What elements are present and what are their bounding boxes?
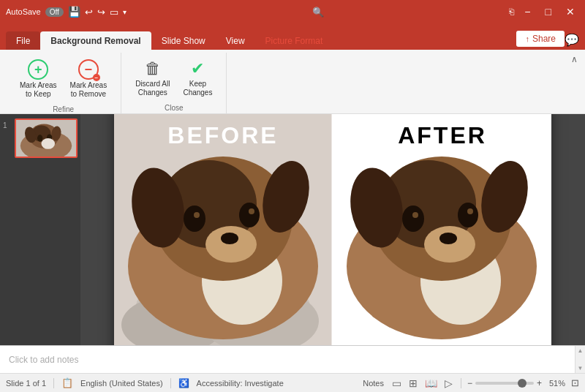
mark-areas-keep-button[interactable]: + Mark Areasto Keep <box>15 56 62 102</box>
grid-view-icon[interactable]: ⊞ <box>407 377 420 390</box>
status-bar: Slide 1 of 1 📋 English (United States) ♿… <box>0 373 585 392</box>
refine-group-label: Refine <box>53 102 74 115</box>
redo-icon[interactable]: ↪ <box>97 7 105 18</box>
title-bar-left: AutoSave Off 💾 ↩ ↪ ▭ ▾ <box>6 6 127 18</box>
svg-point-37 <box>412 212 418 218</box>
discard-label: Discard AllChanges <box>135 80 170 97</box>
tab-picture-format[interactable]: Picture Format <box>255 31 333 50</box>
svg-point-39 <box>439 233 457 244</box>
svg-point-26 <box>221 233 238 244</box>
mark-remove-label: Mark Areasto Remove <box>70 81 107 99</box>
svg-point-35 <box>402 206 424 232</box>
svg-point-25 <box>249 208 254 214</box>
dropdown-icon[interactable]: ▾ <box>123 8 127 16</box>
zoom-thumb <box>518 379 526 388</box>
accessibility-icon: ♿ <box>178 378 189 388</box>
ribbon-icon[interactable]: ⎗ <box>509 7 514 17</box>
svg-point-8 <box>42 138 56 149</box>
ribbon-group-refine: + Mark Areasto Keep − − Mark Areasto Rem… <box>6 53 121 113</box>
close-group-label: Close <box>165 101 184 113</box>
zoom-in-btn[interactable]: + <box>537 378 542 388</box>
undo-icon[interactable]: ↩ <box>85 7 93 18</box>
svg-point-22 <box>184 206 205 232</box>
svg-point-6 <box>37 135 42 141</box>
svg-point-38 <box>467 208 473 214</box>
autosave-state: Off <box>50 8 59 16</box>
close-buttons: 🗑 Discard AllChanges ✔ KeepChanges <box>130 56 217 101</box>
close-btn[interactable]: ✕ <box>562 4 579 19</box>
status-divider-2 <box>170 378 171 388</box>
share-button[interactable]: ↑ Share <box>516 31 565 47</box>
status-right: Notes ▭ ⊞ 📖 ▷ − + 51% ⊡ <box>363 377 579 390</box>
ribbon-group-close: 🗑 Discard AllChanges ✔ KeepChanges Close <box>121 53 227 113</box>
slide-number-1: 1 <box>3 121 12 129</box>
slide-panel: 1 <box>0 114 80 345</box>
chat-icon[interactable]: 💬 <box>565 33 579 47</box>
zoom-slider[interactable] <box>475 382 534 385</box>
accessibility-label[interactable]: Accessibility: Investigate <box>197 379 284 388</box>
notes-placeholder: Click to add notes <box>9 355 78 365</box>
present-icon[interactable]: ▭ <box>110 7 118 18</box>
notes-btn[interactable]: Notes <box>363 379 384 388</box>
ribbon-tabs: File Background Removal Slide Show View … <box>0 23 585 50</box>
keep-icon: + <box>28 59 48 80</box>
search-icon[interactable]: 🔍 <box>312 7 324 18</box>
zoom-area: − + 51% <box>467 378 565 388</box>
share-label: Share <box>532 34 556 44</box>
autosave-label: AutoSave <box>6 7 41 16</box>
zoom-out-btn[interactable]: − <box>467 378 472 388</box>
dog-illustration: BEFORE AFTER <box>114 114 551 345</box>
minimize-btn[interactable]: − <box>520 4 535 19</box>
keep-changes-label: KeepChanges <box>183 80 212 97</box>
zoom-level[interactable]: 51% <box>545 379 565 388</box>
ribbon-collapse-button[interactable]: ∧ <box>568 53 581 66</box>
slide-thumb-dog <box>16 120 76 157</box>
discard-icon: 🗑 <box>145 59 161 78</box>
reading-view-icon[interactable]: 📖 <box>423 377 439 390</box>
notes-scroll-up[interactable]: ▲ <box>576 346 585 355</box>
canvas-area[interactable]: BEFORE AFTER <box>80 114 585 345</box>
share-icon: ↑ <box>525 34 529 43</box>
autosave-toggle[interactable]: Off <box>45 7 64 17</box>
notes-scroll-down[interactable]: ▼ <box>576 363 585 373</box>
remove-icon: − − <box>78 59 99 80</box>
svg-point-24 <box>194 212 200 218</box>
main-area: 1 <box>0 114 585 345</box>
slide-canvas[interactable]: BEFORE AFTER <box>114 114 551 345</box>
notes-area[interactable]: Click to add notes ▲ ▼ <box>0 345 585 373</box>
view-icons: ▭ ⊞ 📖 ▷ <box>390 377 455 390</box>
svg-text:BEFORE: BEFORE <box>167 122 278 148</box>
status-divider-3 <box>461 378 461 388</box>
mark-keep-label: Mark Areasto Keep <box>20 81 57 99</box>
status-divider-1 <box>53 378 54 388</box>
notes-scrollbar[interactable]: ▲ ▼ <box>575 346 585 373</box>
svg-point-36 <box>458 203 478 227</box>
title-bar-right: ⎗ − □ ✕ <box>509 4 579 19</box>
ribbon-content: + Mark Areasto Keep − − Mark Areasto Rem… <box>0 50 585 114</box>
fit-window-icon[interactable]: ⊡ <box>571 377 579 388</box>
slide-thumbnail-1[interactable] <box>15 118 78 158</box>
mark-areas-remove-button[interactable]: − − Mark Areasto Remove <box>65 56 113 102</box>
keep-changes-button[interactable]: ✔ KeepChanges <box>178 56 217 101</box>
normal-view-icon[interactable]: ▭ <box>390 377 404 390</box>
tab-slide-show[interactable]: Slide Show <box>151 31 216 50</box>
svg-point-21 <box>205 226 257 263</box>
tab-view[interactable]: View <box>216 31 255 50</box>
tab-background-removal[interactable]: Background Removal <box>40 31 151 50</box>
svg-point-34 <box>424 226 475 263</box>
title-bar: AutoSave Off 💾 ↩ ↪ ▭ ▾ 🔍 ⎗ − □ ✕ <box>0 0 585 23</box>
svg-point-23 <box>239 203 260 227</box>
refine-buttons: + Mark Areasto Keep − − Mark Areasto Rem… <box>15 56 112 102</box>
slide-item-1[interactable]: 1 <box>3 118 78 158</box>
discard-all-button[interactable]: 🗑 Discard AllChanges <box>130 56 175 101</box>
title-bar-center: 🔍 <box>312 7 324 18</box>
slide-notes-icon: 📋 <box>61 377 73 388</box>
tab-file[interactable]: File <box>6 31 40 50</box>
maximize-btn[interactable]: □ <box>541 4 556 19</box>
slide-info: Slide 1 of 1 <box>6 379 46 388</box>
save-icon[interactable]: 💾 <box>68 6 80 18</box>
keep-changes-icon: ✔ <box>191 59 204 78</box>
status-left: Slide 1 of 1 📋 English (United States) ♿… <box>6 377 284 388</box>
presenter-view-icon[interactable]: ▷ <box>442 377 455 390</box>
language-label[interactable]: English (United States) <box>80 379 163 388</box>
